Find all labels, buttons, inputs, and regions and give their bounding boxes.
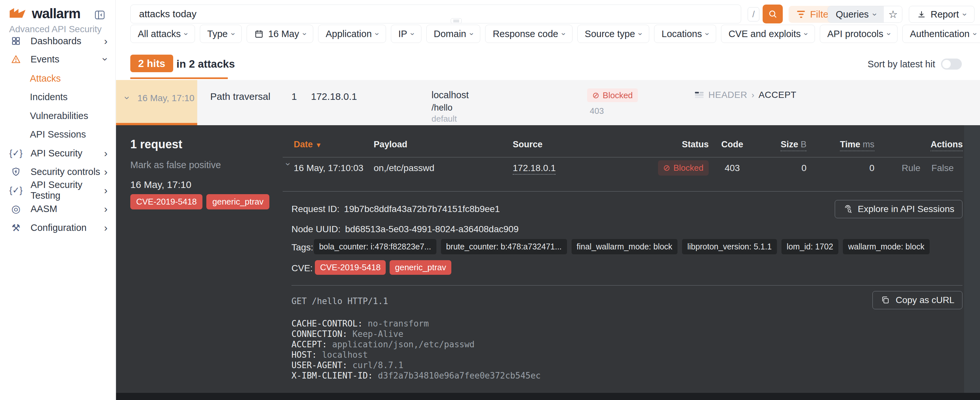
column-header-status[interactable]: Status bbox=[649, 140, 709, 150]
calendar-icon bbox=[254, 29, 264, 39]
search-input[interactable] bbox=[130, 8, 741, 19]
chevron-down-icon: › bbox=[703, 32, 712, 35]
sidebar-item-api-security-testing[interactable]: {✓} API Security Testing › bbox=[10, 183, 108, 197]
false-action-link[interactable]: False bbox=[932, 163, 954, 173]
attack-date: 16 May, 17:10 bbox=[137, 93, 194, 104]
column-header-actions[interactable]: Actions bbox=[874, 140, 963, 150]
filter-chip-response-code[interactable]: Response code› bbox=[485, 25, 572, 43]
chevron-right-icon: › bbox=[104, 222, 108, 233]
chevron-right-icon: › bbox=[104, 166, 108, 177]
wallarm-logo-icon bbox=[9, 7, 27, 20]
spiral-icon: ◎ bbox=[10, 202, 22, 215]
column-header-code[interactable]: Code bbox=[709, 140, 756, 150]
sidebar-item-label: Attacks bbox=[30, 73, 61, 84]
filter-chip-authentication[interactable]: Authentication› bbox=[902, 25, 980, 43]
mark-false-positive-link[interactable]: Mark as false positive bbox=[130, 160, 221, 171]
panel-scroll-gutter[interactable] bbox=[964, 125, 980, 393]
filter-chip-all-attacks[interactable]: All attacks› bbox=[130, 25, 195, 43]
sort-row: Sort by latest hit bbox=[867, 59, 962, 70]
table-row[interactable]: › 16 May, 17:10:03 on,/etc/passwd 172.18… bbox=[283, 160, 963, 175]
hits-count-badge: 2 hits bbox=[130, 55, 173, 72]
sidebar-item-vulnerabilities[interactable]: Vulnerabilities bbox=[30, 109, 108, 123]
filter-chip-source-type[interactable]: Source type› bbox=[578, 25, 649, 43]
sidebar-item-incidents[interactable]: Incidents bbox=[30, 90, 108, 104]
attack-source-ip: 172.18.0.1 bbox=[311, 91, 357, 102]
report-button[interactable]: Report › bbox=[909, 6, 974, 23]
column-header-payload[interactable]: Payload bbox=[374, 140, 513, 150]
copy-icon bbox=[881, 295, 890, 305]
sidebar-item-configuration[interactable]: ⚒ Configuration › bbox=[10, 221, 108, 234]
sidebar-item-api-security[interactable]: {✓} API Security › bbox=[10, 147, 108, 160]
attack-point-name: ACCEPT bbox=[758, 90, 796, 100]
search-bar bbox=[130, 5, 741, 24]
braces-check-icon: {✓} bbox=[10, 185, 22, 196]
tag-chip[interactable]: brute_counter: b:478:a732471... bbox=[441, 239, 567, 254]
tag-chip[interactable]: libproton_version: 5.1.1 bbox=[682, 239, 777, 254]
explore-api-sessions-button[interactable]: Explore in API Sessions bbox=[835, 200, 963, 218]
attack-domain: localhost bbox=[431, 90, 469, 100]
sidebar-item-aasm[interactable]: ◎ AASM › bbox=[10, 202, 108, 216]
filters-drag-handle[interactable] bbox=[451, 18, 462, 24]
column-header-source[interactable]: Source bbox=[513, 140, 649, 150]
sidebar-item-label: API Security Testing bbox=[30, 180, 108, 201]
queries-button-label: Queries bbox=[836, 9, 869, 20]
filter-chip-domain[interactable]: Domain› bbox=[426, 25, 480, 43]
chevron-down-icon: › bbox=[636, 32, 645, 35]
tag-chip[interactable]: lom_id: 1702 bbox=[781, 239, 838, 254]
sidebar-item-label: AASM bbox=[30, 204, 57, 214]
copy-as-curl-button[interactable]: Copy as cURL bbox=[872, 291, 963, 309]
cve-badge[interactable]: CVE-2019-5418 bbox=[315, 260, 386, 275]
tag-chip[interactable]: final_wallarm_mode: block bbox=[571, 239, 678, 254]
search-button[interactable] bbox=[763, 5, 783, 24]
brand-subtitle: Advanced API Security bbox=[9, 24, 102, 35]
filter-chip-ip[interactable]: IP› bbox=[391, 25, 422, 43]
star-icon: ☆ bbox=[888, 8, 898, 21]
filter-chip-locations[interactable]: Locations› bbox=[654, 25, 716, 43]
request-count: 1 request bbox=[130, 137, 182, 151]
sidebar-item-security-controls[interactable]: Security controls › bbox=[10, 165, 108, 178]
sidebar-item-events[interactable]: Events › bbox=[10, 53, 108, 66]
attack-row[interactable]: › 16 May, 17:10 Path traversal 1 172.18.… bbox=[116, 80, 980, 125]
attack-hit-count: 1 bbox=[291, 91, 297, 102]
tag-chip[interactable]: wallarm_mode: block bbox=[843, 239, 930, 254]
tag-chip[interactable]: bola_counter: i:478:f82823e7... bbox=[314, 239, 436, 254]
filter-chip-type[interactable]: Type› bbox=[200, 25, 242, 43]
chevron-right-icon: › bbox=[104, 185, 108, 196]
filter-chip-application[interactable]: Application› bbox=[318, 25, 386, 43]
column-header-time[interactable]: Time ms bbox=[807, 140, 874, 150]
filter-chip-cve-exploits[interactable]: CVE and exploits› bbox=[721, 25, 815, 43]
attack-date-cell[interactable]: › 16 May, 17:10 bbox=[116, 80, 197, 125]
table-divider bbox=[283, 191, 963, 191]
sidebar-item-api-sessions[interactable]: API Sessions bbox=[30, 127, 108, 141]
column-header-size[interactable]: Size B bbox=[756, 140, 807, 150]
chevron-down-icon: › bbox=[885, 32, 893, 35]
sidebar-collapse-icon[interactable] bbox=[94, 9, 106, 21]
filter-chip-api-protocols[interactable]: API protocols› bbox=[820, 25, 897, 43]
request-source-link[interactable]: 172.18.0.1 bbox=[513, 163, 556, 175]
favorite-star-button[interactable]: ☆ bbox=[884, 6, 902, 22]
search-icon bbox=[767, 9, 778, 19]
chevron-down-icon: › bbox=[408, 32, 417, 35]
rule-action-link[interactable]: Rule bbox=[902, 163, 921, 173]
sidebar-item-label: API Sessions bbox=[30, 129, 86, 140]
request-id-value: 19b7bc8ddfa43a72b7b74151fc8b9ee1 bbox=[344, 204, 500, 214]
sort-desc-icon: ▼ bbox=[315, 142, 322, 148]
chevron-down-icon: › bbox=[182, 32, 191, 35]
chevron-down-icon: › bbox=[101, 57, 111, 61]
attacks-count-label: in 2 attacks bbox=[177, 58, 235, 70]
cve-badge[interactable]: generic_ptrav bbox=[390, 260, 451, 275]
main-content: / Filter Queries › ☆ Report › All attack… bbox=[116, 0, 980, 400]
slash-shortcut-badge: / bbox=[748, 7, 759, 21]
column-header-date[interactable]: Date▼ bbox=[294, 140, 374, 150]
sidebar-item-dashboards[interactable]: Dashboards › bbox=[10, 34, 108, 48]
chevron-down-icon[interactable]: › bbox=[283, 163, 293, 174]
sidebar-item-attacks[interactable]: Attacks bbox=[30, 72, 108, 85]
cve-badge[interactable]: generic_ptrav bbox=[206, 194, 269, 209]
filter-chip-date[interactable]: 16 May› bbox=[247, 25, 313, 43]
queries-button[interactable]: Queries › bbox=[828, 6, 884, 22]
cve-badge[interactable]: CVE-2019-5418 bbox=[130, 194, 202, 209]
sort-toggle[interactable] bbox=[941, 59, 962, 70]
sidebar-item-label: Security controls bbox=[30, 166, 100, 177]
brand-logo: wallarm bbox=[9, 6, 80, 21]
table-header-row: Date▼ Payload Source Status Code Size B … bbox=[283, 140, 963, 150]
